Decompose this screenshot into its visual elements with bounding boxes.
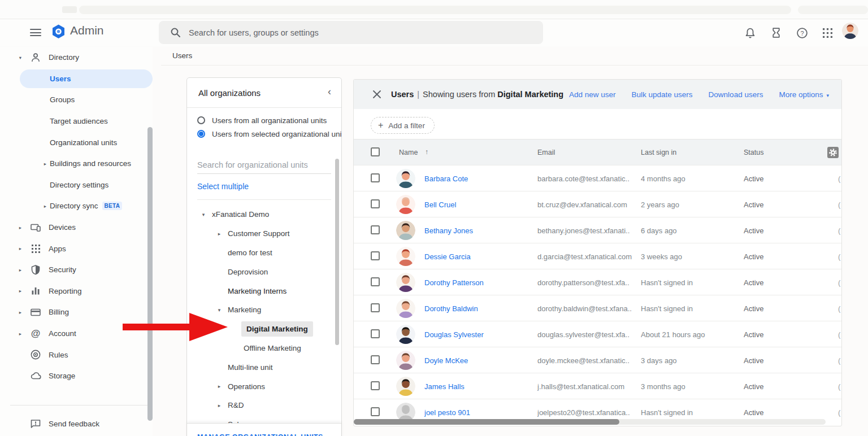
user-name-link[interactable]: Barbara Cote: [424, 175, 529, 183]
rules-icon: [29, 348, 42, 361]
row-checkbox[interactable]: [371, 199, 380, 208]
tree-item[interactable]: Offline Marketing: [187, 339, 336, 358]
collapse-arrow-icon[interactable]: ▸: [215, 231, 223, 237]
row-checkbox[interactable]: [371, 355, 380, 364]
sort-ascending-icon[interactable]: ↑: [425, 148, 428, 156]
tree-item[interactable]: Deprovision: [187, 262, 336, 281]
column-header-name[interactable]: Name: [399, 149, 418, 156]
last-sign-in: 3 weeks ago: [641, 252, 731, 261]
sidebar-scrollbar[interactable]: [147, 127, 153, 421]
collapse-arrow-icon: ▸: [17, 331, 24, 337]
collapse-arrow-icon[interactable]: ▸: [215, 403, 223, 408]
user-name-link[interactable]: Dorothy Patterson: [424, 278, 529, 287]
tree-item[interactable]: Multi-line unit: [187, 357, 336, 377]
status-value: Active: [744, 382, 789, 391]
sidebar-item-devices[interactable]: ▸ Devices: [0, 217, 153, 238]
tree-item[interactable]: demo for test: [187, 243, 336, 263]
manage-org-units-link[interactable]: MANAGE ORGANIZATIONAL UNITS: [197, 433, 323, 436]
sidebar-item-directory-sync[interactable]: ▸ Directory sync BETA: [0, 195, 153, 217]
org-tree-scrollbar[interactable]: [335, 159, 339, 345]
close-icon[interactable]: [372, 89, 382, 99]
help-icon[interactable]: ?: [793, 24, 810, 41]
manage-columns-gear-icon[interactable]: [827, 147, 839, 158]
user-avatar[interactable]: [842, 23, 858, 39]
row-checkbox[interactable]: [371, 251, 380, 260]
sidebar-item-buildings-resources[interactable]: ▸ Buildings and resources: [0, 153, 153, 175]
horizontal-scrollbar-track[interactable]: [354, 419, 826, 425]
app-launcher-grid-icon[interactable]: [819, 24, 836, 41]
at-sign-icon: @: [29, 328, 42, 340]
table-row: Douglas Sylvester douglas.sylvester@test…: [354, 321, 841, 347]
radio-selected-org-units[interactable]: Users from selected organizational uni: [197, 127, 341, 141]
tree-item-marketing[interactable]: ▾ Marketing: [187, 300, 336, 320]
row-checkbox[interactable]: [371, 225, 380, 234]
menu-icon[interactable]: [30, 27, 41, 36]
tree-item[interactable]: ▸ Operations: [187, 377, 336, 396]
more-options-button[interactable]: More options▾: [779, 90, 829, 99]
tree-item-digital-marketing[interactable]: Digital Marketing: [187, 320, 336, 339]
sidebar-item-reporting[interactable]: ▸ Reporting: [0, 281, 153, 302]
avatar: [396, 325, 415, 344]
column-header-status[interactable]: Status: [744, 149, 763, 156]
sidebar-item-billing[interactable]: ▸ Billing: [0, 302, 153, 323]
send-feedback-button[interactable]: Send feedback: [0, 413, 153, 434]
radio-all-org-units[interactable]: Users from all organizational units: [197, 113, 341, 128]
bulk-update-users-button[interactable]: Bulk update users: [632, 90, 693, 99]
sidebar-item-directory-settings[interactable]: Directory settings: [0, 175, 153, 196]
sidebar-item-organizational-units[interactable]: Organizational units: [0, 132, 153, 153]
user-email: douglas.sylvester@test.xfa..: [537, 330, 635, 339]
expand-arrow-icon[interactable]: ▾: [199, 212, 207, 217]
user-name-link[interactable]: Dorothy Baldwin: [424, 304, 529, 313]
user-name-link[interactable]: joel pesto 901: [424, 408, 529, 417]
select-all-checkbox[interactable]: [371, 147, 380, 156]
row-checkbox[interactable]: [371, 277, 380, 286]
sidebar-item-account[interactable]: ▸ @ Account: [0, 323, 153, 345]
table-row: Dorothy Baldwin dorothy.baldwin@test.xfa…: [354, 295, 841, 321]
row-checkbox[interactable]: [371, 303, 380, 312]
ou-search-input[interactable]: Search for organizational units: [197, 160, 308, 169]
column-header-last-sign-in[interactable]: Last sign in: [641, 149, 676, 156]
org-unit-tree: ▾ xFanatical Demo ▸ Customer Support dem…: [187, 205, 336, 423]
select-multiple-link[interactable]: Select multiple: [197, 182, 249, 191]
sidebar-item-security[interactable]: ▸ Security: [0, 259, 153, 281]
tree-item[interactable]: Marketing Interns: [187, 281, 336, 300]
sidebar-item-users[interactable]: Users: [20, 69, 153, 88]
tree-item-root[interactable]: ▾ xFanatical Demo: [187, 205, 336, 224]
tree-item[interactable]: ▸ Customer Support: [187, 224, 336, 243]
expand-arrow-icon[interactable]: ▾: [215, 307, 223, 313]
column-header-email[interactable]: Email: [537, 149, 555, 156]
download-users-button[interactable]: Download users: [709, 90, 763, 99]
user-name-link[interactable]: Dessie Garcia: [424, 252, 529, 261]
sidebar-item-groups[interactable]: Groups: [0, 89, 153, 111]
collapse-arrow-icon[interactable]: ▸: [215, 383, 223, 389]
sidebar-item-rules[interactable]: Rules: [0, 344, 153, 365]
collapse-panel-icon[interactable]: ‹: [328, 86, 331, 98]
status-value: Active: [744, 408, 789, 417]
clipped-next-column: (: [838, 408, 842, 417]
collapse-arrow-icon: ▸: [17, 246, 24, 251]
radio-selected-icon[interactable]: [197, 130, 205, 138]
row-checkbox[interactable]: [371, 329, 380, 338]
sidebar-item-directory[interactable]: ▾ Directory: [0, 47, 153, 68]
row-checkbox[interactable]: [371, 173, 380, 182]
row-checkbox[interactable]: [371, 381, 380, 390]
tree-item[interactable]: ▸ R&D: [187, 396, 336, 415]
add-filter-button[interactable]: + Add a filter: [371, 117, 435, 134]
user-name-link[interactable]: Bethany Jones: [424, 226, 529, 235]
sidebar-item-apps[interactable]: ▸ Apps: [0, 238, 153, 259]
tasks-hourglass-icon[interactable]: [767, 24, 784, 41]
user-name-link[interactable]: Doyle McKee: [424, 356, 529, 365]
notifications-bell-icon[interactable]: [741, 24, 758, 41]
user-name-link[interactable]: James Halls: [424, 382, 529, 391]
radio-unselected-icon[interactable]: [197, 116, 205, 124]
user-name-link[interactable]: Douglas Sylvester: [424, 330, 529, 339]
horizontal-scrollbar-thumb[interactable]: [354, 419, 619, 425]
user-name-link[interactable]: Bell Cruel: [424, 200, 529, 209]
row-checkbox[interactable]: [371, 407, 380, 416]
add-new-user-button[interactable]: Add new user: [569, 90, 616, 99]
avatar: [396, 299, 415, 318]
sidebar-item-target-audiences[interactable]: Target audiences: [0, 111, 153, 132]
global-search-input[interactable]: Search for users, groups or settings: [159, 21, 543, 44]
sidebar-item-storage[interactable]: Storage: [0, 365, 153, 387]
tree-item[interactable]: ▸ Sales: [187, 415, 336, 423]
